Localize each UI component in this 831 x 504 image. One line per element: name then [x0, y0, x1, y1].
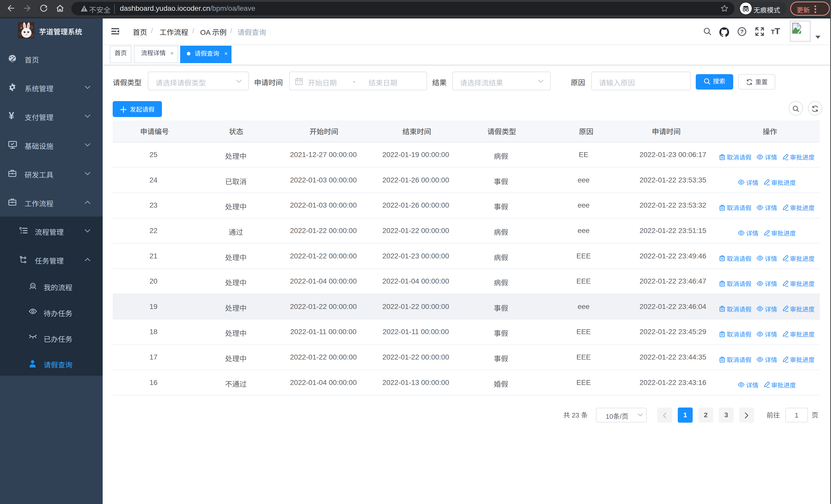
svg-text:?: ? — [740, 28, 744, 34]
